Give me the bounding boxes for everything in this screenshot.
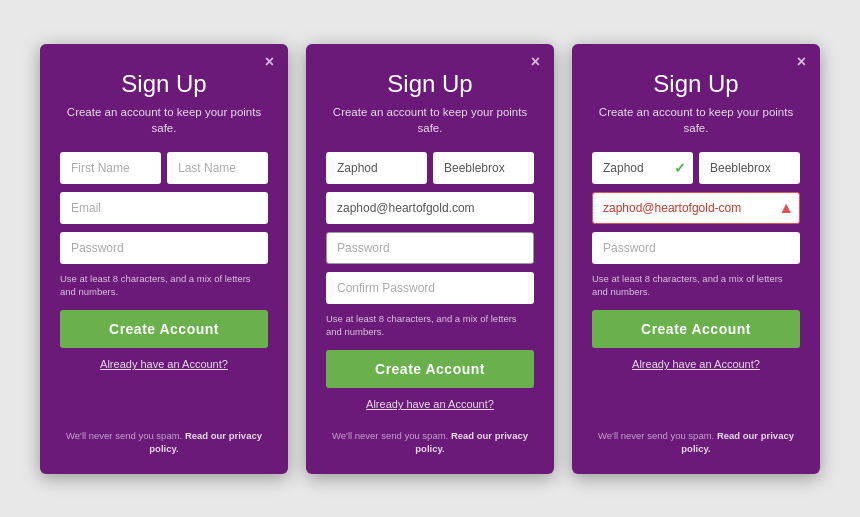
email-input[interactable]: [60, 192, 268, 224]
already-have-account-link[interactable]: Already have an Account?: [592, 358, 800, 370]
first-name-input[interactable]: [326, 152, 427, 184]
signup-card-empty: × Sign Up Create an account to keep your…: [40, 44, 288, 474]
card-subtitle: Create an account to keep your points sa…: [60, 104, 268, 136]
already-have-account-link[interactable]: Already have an Account?: [60, 358, 268, 370]
name-row: [326, 152, 534, 184]
card-subtitle: Create an account to keep your points sa…: [326, 104, 534, 136]
signup-card-filled: × Sign Up Create an account to keep your…: [306, 44, 554, 474]
card-title: Sign Up: [592, 70, 800, 98]
confirm-password-input[interactable]: [326, 272, 534, 304]
privacy-link[interactable]: Read our privacy policy.: [415, 430, 528, 454]
name-row: [60, 152, 268, 184]
password-wrap: [592, 232, 800, 264]
privacy-link[interactable]: Read our privacy policy.: [681, 430, 794, 454]
password-hint: Use at least 8 characters, and a mix of …: [326, 312, 534, 339]
signup-card-validation: × Sign Up Create an account to keep your…: [572, 44, 820, 474]
last-name-input[interactable]: [433, 152, 534, 184]
email-wrap: [326, 192, 534, 224]
password-input[interactable]: [60, 232, 268, 264]
first-name-wrap: ✓: [592, 152, 693, 184]
close-button[interactable]: ×: [531, 54, 540, 70]
email-input[interactable]: [592, 192, 800, 224]
last-name-input[interactable]: [167, 152, 268, 184]
last-name-wrap: [699, 152, 800, 184]
email-error-icon: ▲: [778, 199, 794, 217]
privacy-text: We'll never send you spam. Read our priv…: [326, 429, 534, 456]
last-name-input[interactable]: [699, 152, 800, 184]
privacy-text: We'll never send you spam. Read our priv…: [592, 429, 800, 456]
password-input[interactable]: [326, 232, 534, 264]
first-name-wrap: [326, 152, 427, 184]
card-title: Sign Up: [326, 70, 534, 98]
confirm-password-wrap: [326, 272, 534, 304]
create-account-button[interactable]: Create Account: [326, 350, 534, 388]
email-error-wrap: ▲: [592, 192, 800, 224]
first-name-valid-icon: ✓: [674, 160, 686, 176]
close-button[interactable]: ×: [265, 54, 274, 70]
privacy-text: We'll never send you spam. Read our priv…: [60, 429, 268, 456]
last-name-wrap: [167, 152, 268, 184]
close-button[interactable]: ×: [797, 54, 806, 70]
email-wrap: [60, 192, 268, 224]
password-input[interactable]: [592, 232, 800, 264]
card-subtitle: Create an account to keep your points sa…: [592, 104, 800, 136]
privacy-link[interactable]: Read our privacy policy.: [149, 430, 262, 454]
email-input[interactable]: [326, 192, 534, 224]
already-have-account-link[interactable]: Already have an Account?: [326, 398, 534, 410]
create-account-button[interactable]: Create Account: [60, 310, 268, 348]
name-row: ✓: [592, 152, 800, 184]
first-name-wrap: [60, 152, 161, 184]
last-name-wrap: [433, 152, 534, 184]
password-wrap: [60, 232, 268, 264]
create-account-button[interactable]: Create Account: [592, 310, 800, 348]
password-hint: Use at least 8 characters, and a mix of …: [60, 272, 268, 299]
password-active-wrap: [326, 232, 534, 264]
first-name-input[interactable]: [60, 152, 161, 184]
card-title: Sign Up: [60, 70, 268, 98]
password-hint: Use at least 8 characters, and a mix of …: [592, 272, 800, 299]
